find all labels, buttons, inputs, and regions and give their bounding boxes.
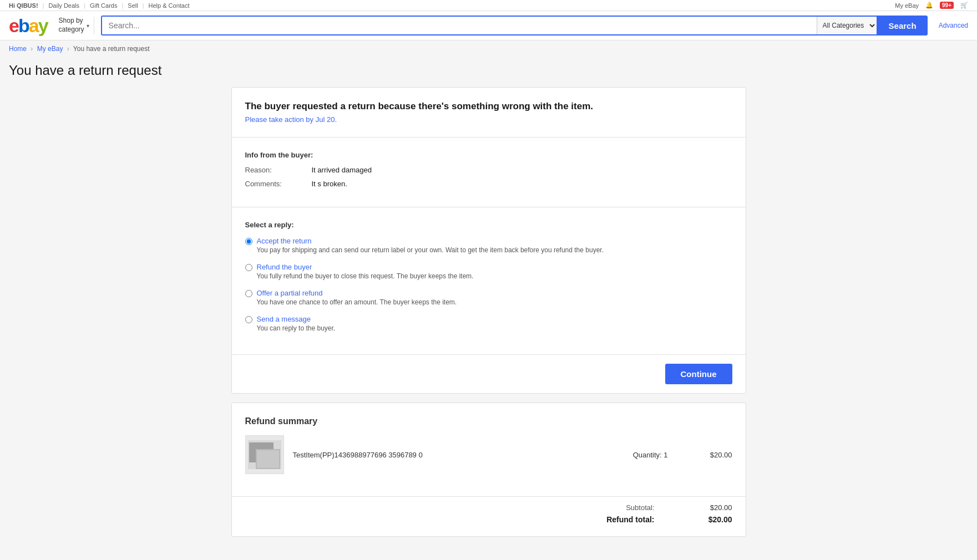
refund-summary-title: Refund summary (245, 416, 732, 426)
info-section-title: Info from the buyer: (245, 151, 732, 159)
shop-by-label: Shop bycategory (59, 17, 84, 34)
subtotal-value: $20.00 (699, 503, 732, 512)
option-partial: Offer a partial refund You have one chan… (245, 289, 732, 306)
partial-desc: You have one chance to offer an amount. … (257, 298, 457, 306)
breadcrumb-current: You have a return request (73, 45, 150, 53)
gift-cards-link[interactable]: Gift Cards (90, 2, 118, 9)
svg-rect-3 (257, 450, 279, 468)
refund-desc: You fully refund the buyer to close this… (257, 272, 474, 280)
top-nav-right: My eBay 🔔 99+ 🛒 (895, 2, 968, 9)
reason-row: Reason: It arrived damaged (245, 166, 732, 174)
comments-row: Comments: It s broken. (245, 180, 732, 188)
option-message: Send a message You can reply to the buye… (245, 315, 732, 332)
ebay-logo[interactable]: ebay (9, 16, 48, 35)
chevron-down-icon: ▾ (87, 23, 89, 29)
greeting-text: Hi QIBUS! (9, 2, 38, 9)
select-reply-title: Select a reply: (245, 221, 732, 229)
item-name: TestItem(PP)1436988977696 3596789 0 (293, 451, 624, 459)
accept-desc: You pay for shipping and can send our re… (257, 246, 604, 254)
option-accept: Accept the return You pay for shipping a… (245, 237, 732, 254)
comments-label: Comments: (245, 180, 312, 188)
option-refund: Refund the buyer You fully refund the bu… (245, 263, 732, 280)
page-title: You have a return request (0, 57, 977, 87)
help-contact-link[interactable]: Help & Contact (149, 2, 190, 9)
refund-totals: Subtotal: $20.00 Refund total: $20.00 (232, 497, 746, 536)
message-radio[interactable] (245, 316, 252, 323)
breadcrumb-home[interactable]: Home (9, 45, 27, 53)
daily-deals-link[interactable]: Daily Deals (48, 2, 79, 9)
return-request-card: The buyer requested a return because the… (231, 87, 746, 394)
return-subheading: Please take action by Jul 20. (245, 115, 732, 124)
comments-value: It s broken. (312, 180, 347, 188)
top-nav-bar: Hi QIBUS! | Daily Deals | Gift Cards | S… (0, 0, 977, 11)
logo-y: y (38, 15, 48, 36)
refund-item-row: TestItem(PP)1436988977696 3596789 0 Quan… (245, 435, 732, 474)
my-ebay-link[interactable]: My eBay (895, 2, 919, 9)
continue-section: Continue (232, 355, 746, 393)
refund-total-value: $20.00 (699, 515, 732, 524)
refund-summary-section: Refund summary TestItem(PP)1436988977696… (232, 403, 746, 496)
search-container: All Categories Search (101, 16, 928, 35)
reason-value: It arrived damaged (312, 166, 372, 174)
reason-label: Reason: (245, 166, 312, 174)
item-price: $20.00 (699, 451, 732, 459)
subtotal-label: Subtotal: (626, 503, 654, 512)
refund-title: Refund the buyer (257, 263, 474, 271)
accept-title: Accept the return (257, 237, 604, 245)
search-bar: All Categories (101, 16, 878, 35)
logo-b: b (18, 15, 29, 36)
partial-radio[interactable] (245, 290, 252, 297)
message-title: Send a message (257, 315, 336, 323)
return-heading: The buyer requested a return because the… (245, 101, 732, 112)
item-thumbnail (245, 435, 284, 474)
refund-summary-card: Refund summary TestItem(PP)1436988977696… (231, 403, 746, 537)
accept-radio[interactable] (245, 238, 252, 245)
return-heading-section: The buyer requested a return because the… (232, 88, 746, 137)
bell-icon[interactable]: 🔔 (925, 2, 933, 9)
top-nav-left: Hi QIBUS! | Daily Deals | Gift Cards | S… (9, 2, 189, 9)
subtotal-row: Subtotal: $20.00 (245, 503, 732, 512)
select-reply-section: Select a reply: Accept the return You pa… (232, 207, 746, 354)
category-select[interactable]: All Categories (817, 17, 877, 34)
search-input[interactable] (102, 17, 817, 34)
photo-icon (248, 440, 281, 469)
breadcrumb: Home › My eBay › You have a return reque… (0, 40, 977, 57)
refund-total-label: Refund total: (606, 515, 654, 524)
buyer-info-section: Info from the buyer: Reason: It arrived … (232, 138, 746, 207)
refund-radio[interactable] (245, 264, 252, 271)
sell-link[interactable]: Sell (128, 2, 138, 9)
cart-icon[interactable]: 🛒 (960, 2, 968, 9)
partial-title: Offer a partial refund (257, 289, 457, 297)
logo-e: e (9, 15, 18, 36)
breadcrumb-my-ebay[interactable]: My eBay (37, 45, 63, 53)
continue-button[interactable]: Continue (665, 364, 732, 384)
main-content: The buyer requested a return because the… (222, 87, 755, 537)
item-quantity: Quantity: 1 (633, 451, 668, 459)
shop-by-category[interactable]: Shop bycategory ▾ (54, 17, 94, 34)
logo-a: a (29, 15, 38, 36)
notification-badge: 99+ (940, 2, 954, 9)
header: ebay Shop bycategory ▾ All Categories Se… (0, 11, 977, 40)
search-button[interactable]: Search (878, 16, 928, 35)
message-desc: You can reply to the buyer. (257, 324, 336, 332)
advanced-search-link[interactable]: Advanced (939, 22, 968, 29)
refund-total-row: Refund total: $20.00 (245, 515, 732, 524)
